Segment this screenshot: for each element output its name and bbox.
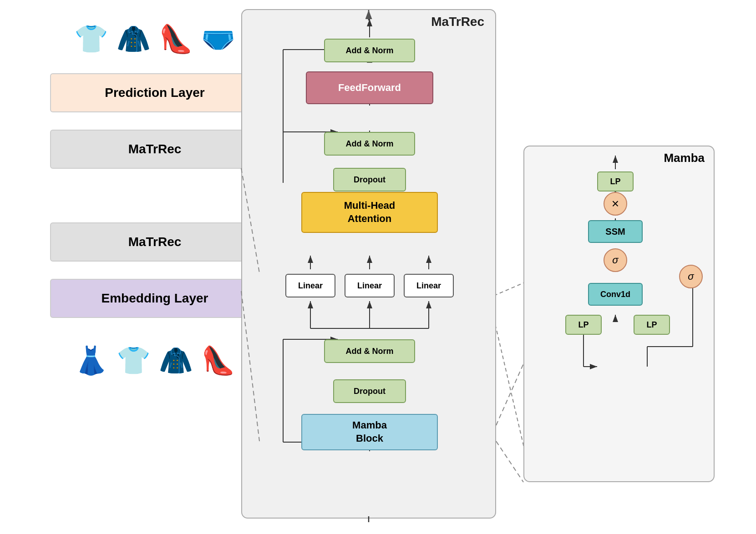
linear2-label: Linear (357, 281, 382, 291)
matrrec1-label: MaTrRec (128, 142, 182, 156)
linear1-box: Linear (285, 274, 335, 297)
ssm-label: SSM (605, 227, 625, 237)
heel-icon-bottom: 👠 (201, 344, 235, 377)
embedding-layer-box: Embedding Layer (50, 279, 259, 318)
mamba-title: Mamba (664, 151, 705, 165)
svg-line-52 (496, 441, 523, 482)
ssm-box: SSM (588, 220, 643, 243)
lp-top-box: LP (597, 171, 634, 191)
sigma1-circle: σ (604, 248, 627, 272)
svg-line-2 (494, 282, 526, 296)
linear2-box: Linear (345, 274, 395, 297)
dropout-bot-label: Dropout (354, 387, 386, 396)
dropout-bot-box: Dropout (333, 379, 406, 403)
prediction-label: Prediction Layer (105, 86, 204, 100)
lp-top-label: LP (610, 177, 620, 186)
dropout-top-box: Dropout (333, 168, 406, 191)
heel-icon-top: 👠 (159, 23, 193, 55)
linear3-label: Linear (416, 281, 441, 291)
linear1-label: Linear (298, 281, 323, 291)
mamba-outer-box: Mamba (523, 146, 715, 482)
svg-line-51 (496, 364, 523, 425)
add-norm-mid-box: Add & Norm (324, 132, 415, 156)
multiply-symbol: × (612, 196, 619, 211)
sigma1-label: σ (612, 254, 618, 266)
pants-icon-bottom: 👕 (117, 344, 151, 377)
mamba-block-label: Mamba Block (352, 419, 387, 445)
lp-left-box: LP (565, 315, 602, 335)
feedforward-box: FeedForward (306, 71, 433, 104)
matrrec2-box: MaTrRec (50, 222, 259, 262)
matrrec2-label: MaTrRec (128, 235, 182, 249)
add-norm-mid-label: Add & Norm (346, 139, 394, 149)
matrrec-title: MaTrRec (431, 15, 484, 29)
coat-icon-bottom: 🧥 (159, 344, 193, 377)
dress-icon-bottom: 👗 (74, 344, 108, 377)
matrrec-outer-box: MaTrRec (241, 9, 496, 519)
svg-line-3 (494, 318, 526, 455)
prediction-layer-box: Prediction Layer (50, 73, 259, 112)
embedding-label: Embedding Layer (101, 291, 208, 306)
dropout-top-label: Dropout (354, 175, 386, 185)
linear3-box: Linear (404, 274, 454, 297)
sigma2-circle: σ (679, 265, 703, 288)
diagram-container: 👕 🧥 👠 🩲 Prediction Layer MaTrRec MaTrRec… (0, 0, 756, 534)
lp-left-label: LP (578, 320, 589, 330)
add-norm-bot-box: Add & Norm (324, 339, 415, 363)
multiply-circle: × (604, 192, 627, 216)
conv1d-box: Conv1d (588, 283, 643, 306)
multihead-box: Multi-Head Attention (301, 192, 438, 233)
feedforward-label: FeedForward (338, 82, 401, 94)
lp-right-label: LP (646, 320, 657, 330)
sigma2-label: σ (688, 271, 694, 282)
skirt-icon-top: 🩲 (201, 23, 235, 55)
add-norm-bot-label: Add & Norm (346, 347, 394, 356)
conv1d-label: Conv1d (600, 290, 630, 299)
mamba-block-box: Mamba Block (301, 414, 438, 450)
lp-right-box: LP (634, 315, 670, 335)
add-norm-top-label: Add & Norm (346, 46, 394, 55)
pants-icon-top: 👕 (74, 23, 108, 55)
add-norm-top-box: Add & Norm (324, 39, 415, 62)
multihead-label: Multi-Head Attention (344, 199, 395, 225)
coat-icon-top: 🧥 (117, 23, 151, 55)
matrrec1-box: MaTrRec (50, 130, 259, 169)
